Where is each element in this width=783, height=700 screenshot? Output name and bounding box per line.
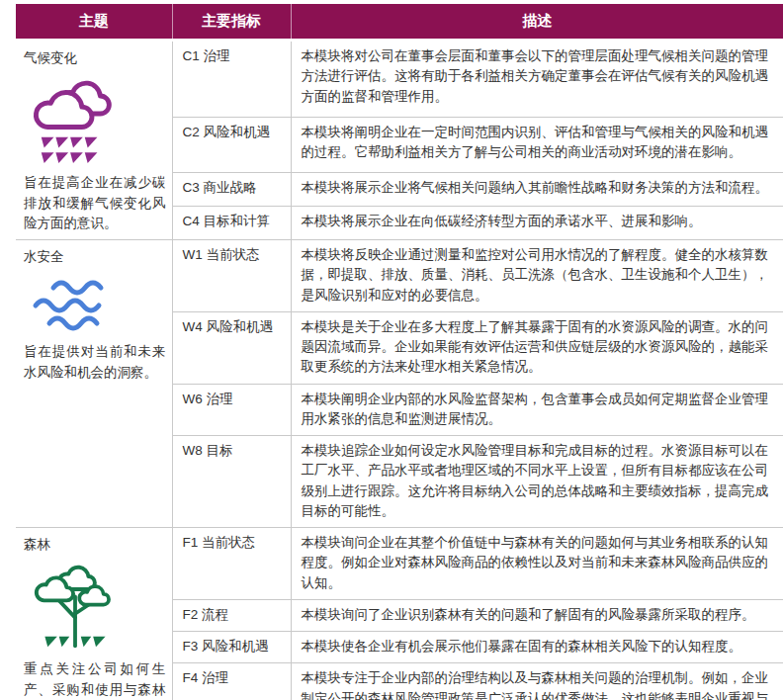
- climate-rain-cloud-icon: [32, 76, 166, 167]
- table-row: 水安全 旨在提供对当前和未来水风险和机会的洞察。 W1 当前状态 本模块将反映企…: [16, 240, 783, 312]
- description-cell: 本模块将对公司在董事会层面和董事会以下的管理层面处理气候相关问题的管理方法进行评…: [291, 41, 783, 118]
- forest-tree-icon: [32, 563, 166, 654]
- theme-description: 旨在提供对当前和未来水风险和机会的洞察。: [24, 342, 166, 383]
- water-waves-icon: [28, 275, 166, 336]
- description-cell: 本模块将阐明企业在一定时间范围内识别、评估和管理与气候相关的风险和机遇的过程。它…: [291, 118, 783, 173]
- theme-title: 水安全: [24, 247, 166, 267]
- indicator-cell: C3 商业战略: [172, 172, 291, 206]
- theme-cell-forest: 森林: [16, 528, 172, 700]
- column-header-theme: 主题: [16, 4, 172, 41]
- description-cell: 本模块使各企业有机会展示他们暴露在固有的森林相关风险下的认知程度。: [291, 632, 783, 663]
- indicator-cell: F1 当前状态: [172, 528, 291, 600]
- description-cell: 本模块追踪企业如何设定水风险管理目标和完成目标的过程。水资源目标可以在工厂水平、…: [291, 436, 783, 528]
- theme-description: 旨在提高企业在减少碳排放和缓解气候变化风险方面的意识。: [24, 173, 166, 233]
- indicator-cell: F2 流程: [172, 599, 291, 631]
- table-row: 气候变化: [16, 41, 783, 118]
- description-cell: 本模块是关于企业在多大程度上了解其暴露于固有的水资源风险的调查。水的问题因流域而…: [291, 311, 783, 384]
- description-cell: 本模块询问了企业识别森林有关的问题和了解固有的风险暴露所采取的程序。: [291, 599, 783, 631]
- theme-description: 重点关注公司如何生产、采购和使用与森林砍伐相关的四种主要农产品－木材、棕榈油、牛…: [24, 659, 166, 700]
- theme-cell-water: 水安全 旨在提供对当前和未来水风险和机会的洞察。: [16, 240, 172, 528]
- column-header-description: 描述: [291, 4, 783, 41]
- description-cell: 本模块专注于企业内部的治理结构以及与森林相关问题的治理机制。例如，企业制定公开的…: [291, 663, 783, 700]
- description-cell: 本模块询问企业在其整个价值链中与森林有关的问题如何与其业务相联系的认知程度。例如…: [291, 528, 783, 600]
- indicator-cell: W4 风险和机遇: [172, 311, 291, 384]
- indicator-cell: F4 治理: [172, 663, 291, 700]
- column-header-indicator: 主要指标: [172, 4, 291, 41]
- table-row: 森林: [16, 528, 783, 600]
- indicator-cell: W1 当前状态: [172, 240, 291, 312]
- description-cell: 本模块阐明企业内部的水风险监督架构，包含董事会成员如何定期监督企业管理用水紧张的…: [291, 384, 783, 436]
- description-cell: 本模块将展示企业将气候相关问题纳入其前瞻性战略和财务决策的方法和流程。: [291, 172, 783, 206]
- description-cell: 本模块将反映企业通过测量和监控对公司用水情况的了解程度。健全的水核算数据，即提取…: [291, 240, 783, 312]
- indicator-cell: C4 目标和计算: [172, 206, 291, 239]
- indicator-cell: W6 治理: [172, 384, 291, 436]
- theme-title: 森林: [24, 535, 166, 555]
- indicator-cell: C2 风险和机遇: [172, 118, 291, 173]
- indicator-cell: W8 目标: [172, 436, 291, 528]
- description-cell: 本模块将展示企业在向低碳经济转型方面的承诺水平、进展和影响。: [291, 206, 783, 239]
- indicator-cell: C1 治理: [172, 41, 291, 118]
- header-row: 主题 主要指标 描述: [16, 4, 783, 41]
- theme-title: 气候变化: [24, 48, 166, 68]
- indicator-cell: F3 风险和机遇: [172, 632, 291, 663]
- theme-cell-climate: 气候变化: [16, 41, 172, 240]
- cdp-modules-table: 主题 主要指标 描述 气候变化: [16, 4, 783, 700]
